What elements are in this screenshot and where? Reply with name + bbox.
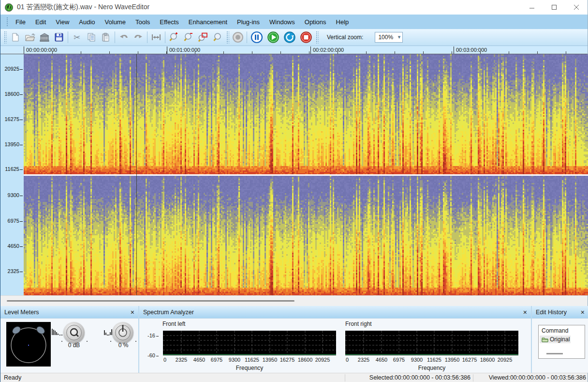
fit-width-icon [151, 32, 162, 42]
scrollbar-thumb[interactable] [7, 300, 294, 302]
pause-button[interactable] [249, 31, 265, 44]
spectrum-analyzer-title-bar[interactable]: Spectrum Analyzer × [139, 306, 531, 319]
spectrum-left-xticks: 0 2325 4650 6975 9300 11625 13950 16275 … [163, 357, 336, 363]
history-item-original[interactable]: Original [540, 336, 571, 343]
balance-knob-pointer-icon [112, 322, 133, 343]
play-button[interactable] [265, 31, 281, 44]
goniometer-icon [6, 322, 51, 367]
frequency-axis-label-right: Frequency [345, 365, 518, 371]
close-icon [573, 4, 579, 10]
level-meters-panel: Level Meters × [0, 306, 138, 373]
new-file-button[interactable] [8, 31, 23, 44]
menu-help[interactable]: Help [331, 16, 354, 28]
history-item-label: Original [550, 336, 570, 343]
level-meters-title-bar[interactable]: Level Meters × [0, 306, 138, 319]
minimize-button[interactable] [521, 0, 543, 15]
chevron-down-icon: ▾ [398, 34, 401, 40]
toolbar-separator [147, 31, 147, 43]
edit-history-scrollbar-thumb[interactable] [546, 353, 563, 354]
edit-history-title: Edit History [536, 309, 567, 316]
menu-audio[interactable]: Audio [74, 16, 100, 28]
xtick: 4650 [376, 357, 387, 363]
menu-grip [6, 16, 9, 27]
toolbar-separator [165, 31, 165, 43]
vertical-zoom-select[interactable]: 100% ▾ [375, 32, 403, 43]
close-button[interactable] [565, 0, 588, 15]
toolbar-grip [316, 31, 319, 44]
edit-history-close-icon[interactable]: × [581, 309, 585, 316]
horizontal-scrollbar[interactable] [0, 295, 588, 306]
loop-playback-button[interactable] [281, 31, 298, 44]
undo-button[interactable] [117, 31, 131, 44]
title-bar: 01 苦酒戀歌(施文彬).wav - Nero WaveEditor [0, 0, 588, 15]
paste-button[interactable] [99, 31, 113, 44]
status-selected-range: Selected:00:00:00:000 - 00:03:56:386 [346, 374, 470, 381]
menu-plugins[interactable]: Plug-ins [232, 16, 265, 28]
menu-enhancement[interactable]: Enhancement [184, 16, 232, 28]
spectrum-analyzer-panel: Spectrum Analyzer × Front left Front rig… [139, 306, 531, 373]
freq-label: 13950 [4, 141, 23, 147]
freq-label: 20925 [4, 66, 23, 72]
volume-knob[interactable] [63, 322, 85, 343]
xtick: 20925 [498, 357, 513, 363]
stop-icon [300, 31, 312, 44]
toolbar-separator [68, 31, 68, 43]
freq-label: 11625 [5, 166, 23, 172]
stop-button[interactable] [298, 31, 314, 44]
redo-button[interactable] [131, 31, 146, 44]
toolbar-grip [4, 31, 7, 44]
zoom-in-button[interactable] [167, 31, 181, 44]
freq-label: 6975 [8, 218, 23, 224]
status-bar: Ready Selected:00:00:00:000 - 00:03:56:3… [0, 373, 588, 382]
balance-knob[interactable] [112, 322, 133, 343]
zoom-normal-button[interactable] [210, 31, 225, 44]
menu-view[interactable]: View [51, 16, 74, 28]
menu-effects[interactable]: Effects [155, 16, 184, 28]
menu-windows[interactable]: Windows [265, 16, 300, 28]
redo-icon [133, 32, 144, 42]
freq-label: 16275 [4, 116, 23, 122]
volume-bars-icon [52, 328, 62, 336]
zoom-selection-button[interactable] [196, 31, 210, 44]
db-tick-top: -16 [147, 333, 159, 338]
xtick: 9300 [229, 357, 240, 363]
menu-volume[interactable]: Volume [100, 16, 131, 28]
copy-button[interactable] [84, 31, 99, 44]
xtick: 11625 [245, 357, 259, 363]
playback-cursor[interactable] [136, 54, 137, 295]
new-file-icon [11, 32, 20, 42]
save-button[interactable] [52, 31, 66, 44]
zoom-out-icon [183, 32, 194, 43]
open-file-button[interactable] [23, 31, 37, 44]
menu-tools[interactable]: Tools [131, 16, 155, 28]
menu-edit[interactable]: Edit [30, 16, 51, 28]
spectrum-plot-right [345, 331, 518, 355]
spectrogram-canvas[interactable] [24, 54, 588, 295]
front-left-label: Front left [162, 321, 185, 327]
status-separator [473, 374, 473, 382]
level-meters-close-icon[interactable]: × [131, 309, 134, 316]
xtick: 0 [346, 357, 349, 363]
cut-icon: ✂ [74, 32, 80, 43]
audio-library-button[interactable] [37, 31, 52, 44]
xtick: 16275 [462, 357, 477, 363]
status-ready: Ready [4, 374, 21, 381]
xtick: 2325 [176, 357, 187, 363]
menu-file[interactable]: File [11, 16, 30, 28]
edit-history-title-bar[interactable]: Edit History × [532, 306, 588, 319]
maximize-button[interactable] [543, 0, 565, 15]
menu-options[interactable]: Options [300, 16, 331, 28]
open-file-icon [25, 32, 35, 42]
goniometer-display [6, 322, 51, 367]
freq-label: 2325 [8, 268, 23, 274]
spectrum-analyzer-close-icon[interactable]: × [523, 309, 527, 316]
zoom-out-button[interactable] [181, 31, 196, 44]
db-tick-bottom: -60 [147, 352, 159, 358]
volume-value: 0 dB [59, 342, 88, 349]
xtick: 18600 [480, 357, 495, 363]
record-button[interactable] [231, 31, 245, 44]
cut-button[interactable]: ✂ [70, 31, 84, 44]
zoom-fit-button[interactable] [149, 31, 163, 44]
time-ruler[interactable]: 00:00:00:000 00:01:00:000 00:02:00:000 0… [0, 46, 588, 54]
spectrum-plot-left [163, 331, 336, 355]
